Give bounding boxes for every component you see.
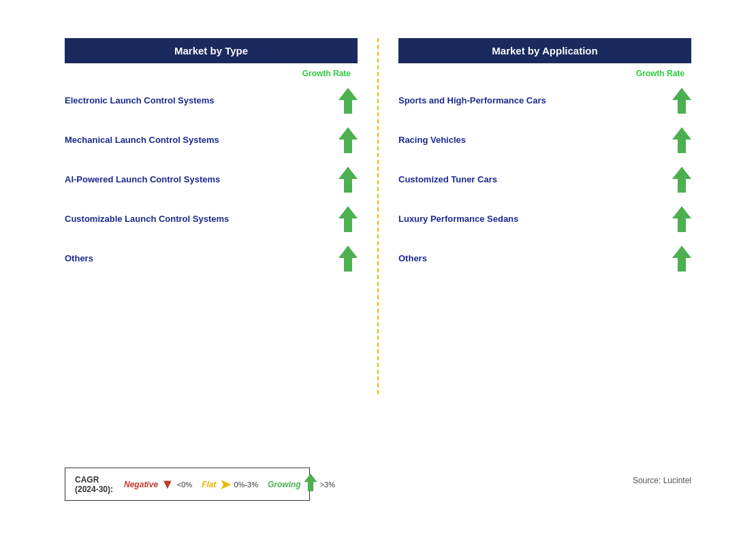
item-label-luxury-sedans: Luxury Performance Sedans	[398, 213, 672, 225]
growing-label: Growing	[268, 480, 301, 489]
green-up-arrow-icon	[672, 88, 691, 114]
negative-label: Negative	[124, 480, 158, 489]
item-label-others-app: Others	[398, 252, 672, 265]
yellow-right-arrow-icon: ➤	[219, 476, 232, 493]
table-row: Customized Tuner Cars	[398, 160, 691, 199]
green-up-arrow-icon	[672, 206, 691, 232]
item-label-racing: Racing Vehicles	[398, 134, 672, 146]
table-row: Mechanical Launch Control Systems	[65, 120, 358, 160]
legend-flat: Flat ➤ 0%-3%	[202, 476, 258, 493]
item-label-mechanical-launch: Mechanical Launch Control Systems	[65, 134, 338, 146]
cagr-label: CAGR(2024-30):	[75, 475, 113, 494]
svg-marker-6	[672, 127, 691, 153]
table-row: Others	[65, 239, 358, 278]
svg-marker-5	[672, 88, 691, 114]
table-row: Customizable Launch Control Systems	[65, 199, 358, 239]
table-row: AI-Powered Launch Control Systems	[65, 160, 358, 199]
table-row: Sports and High-Performance Cars	[398, 81, 691, 120]
item-label-sports: Sports and High-Performance Cars	[398, 95, 672, 107]
item-label-customized-tuner: Customized Tuner Cars	[398, 174, 672, 186]
item-label-ai-powered: AI-Powered Launch Control Systems	[65, 174, 338, 186]
svg-marker-2	[338, 167, 358, 193]
negative-range: <0%	[177, 480, 192, 489]
green-up-arrow-icon	[338, 88, 358, 114]
green-up-arrow-icon	[672, 127, 691, 153]
tables-row: Market by Type Growth Rate Electronic La…	[44, 38, 712, 448]
outer-container: Market by Type Growth Rate Electronic La…	[44, 38, 712, 501]
svg-marker-8	[672, 206, 691, 232]
item-label-electronic-launch: Electronic Launch Control Systems	[65, 95, 338, 107]
item-label-customizable: Customizable Launch Control Systems	[65, 213, 338, 225]
table-row: Racing Vehicles	[398, 120, 691, 160]
left-growth-rate-label: Growth Rate	[65, 69, 358, 78]
red-down-arrow-icon: ▼	[161, 476, 174, 492]
legend-negative: Negative ▼ <0%	[124, 476, 192, 492]
green-up-arrow-icon	[338, 127, 358, 153]
left-panel-header: Market by Type	[65, 38, 358, 63]
legend-box: CAGR(2024-30): Negative ▼ <0% Flat ➤ 0%-…	[65, 468, 310, 501]
source-text: Source: Lucintel	[310, 455, 712, 485]
right-growth-rate-label: Growth Rate	[398, 69, 691, 78]
table-row: Electronic Launch Control Systems	[65, 81, 358, 120]
flat-range: 0%-3%	[234, 480, 258, 489]
svg-marker-1	[338, 127, 358, 153]
table-row: Others	[398, 239, 691, 278]
table-row: Luxury Performance Sedans	[398, 199, 691, 239]
bottom-row: CAGR(2024-30): Negative ▼ <0% Flat ➤ 0%-…	[44, 455, 712, 501]
green-up-arrow-icon	[338, 206, 358, 232]
green-up-arrow-icon	[672, 246, 691, 272]
left-panel: Market by Type Growth Rate Electronic La…	[44, 38, 378, 448]
svg-marker-3	[338, 206, 358, 232]
svg-marker-4	[338, 246, 358, 272]
green-up-arrow-icon	[338, 246, 358, 272]
flat-label: Flat	[202, 480, 216, 489]
right-panel: Market by Application Growth Rate Sports…	[378, 38, 712, 448]
right-panel-header: Market by Application	[398, 38, 691, 63]
svg-marker-7	[672, 167, 691, 193]
item-label-others-type: Others	[65, 252, 338, 265]
svg-marker-9	[672, 246, 691, 272]
svg-marker-0	[338, 88, 358, 114]
green-up-arrow-icon	[672, 167, 691, 193]
green-up-arrow-icon	[338, 167, 358, 193]
